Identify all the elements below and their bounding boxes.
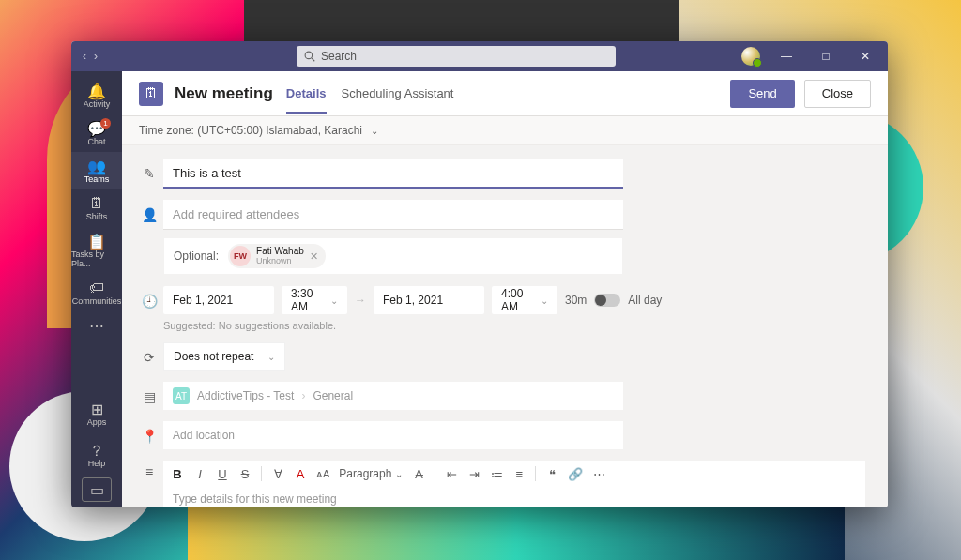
title-input[interactable]: [163, 159, 623, 189]
rail-activity[interactable]: 🔔 Activity: [71, 77, 122, 114]
numbered-list-button[interactable]: ≡: [512, 467, 526, 481]
chevron-down-icon: ⌄: [267, 352, 275, 362]
italic-button[interactable]: I: [193, 467, 206, 481]
allday-label: All day: [628, 294, 662, 307]
remove-attendee-button[interactable]: ✕: [310, 250, 318, 263]
bell-icon: 🔔: [87, 83, 106, 99]
indent-increase-button[interactable]: ⇥: [467, 467, 480, 481]
chevron-down-icon: ⌄: [541, 295, 548, 306]
device-icon: ▭: [90, 481, 104, 499]
help-icon: ？: [89, 442, 104, 459]
location-input[interactable]: [163, 421, 623, 449]
page-header: 🗓 New meeting Details Scheduling Assista…: [122, 71, 888, 116]
tasks-icon: 📋: [87, 233, 106, 250]
chevron-down-icon: ⌄: [395, 469, 403, 479]
attendee-chip[interactable]: FW Fati Wahab Unknown ✕: [228, 244, 326, 268]
teams-icon: 👥: [87, 158, 106, 174]
chevron-right-icon: ›: [301, 389, 305, 402]
send-button[interactable]: Send: [730, 80, 794, 108]
bulleted-list-button[interactable]: ≔: [490, 467, 503, 481]
close-button[interactable]: Close: [804, 80, 871, 108]
search-icon: [304, 51, 315, 62]
user-avatar[interactable]: [741, 47, 760, 66]
toolbar-divider: [535, 466, 536, 481]
indent-decrease-button[interactable]: ⇤: [445, 467, 458, 481]
allday-toggle[interactable]: [594, 294, 620, 307]
rail-item-label: Help: [88, 459, 106, 468]
underline-button[interactable]: U: [216, 467, 229, 481]
chevron-down-icon: ⌄: [371, 126, 378, 136]
rail-shifts[interactable]: 🗓 Shifts: [71, 189, 122, 227]
communities-icon: 🏷: [89, 280, 104, 296]
svg-line-1: [312, 58, 314, 61]
description-textarea[interactable]: Type details for this new meeting: [163, 487, 865, 507]
more-format-button[interactable]: ⋯: [592, 467, 605, 481]
shifts-icon: 🗓: [89, 195, 104, 212]
toolbar-divider: [435, 466, 435, 481]
start-time-picker[interactable]: 3:30 AM ⌄: [282, 286, 347, 314]
link-button[interactable]: 🔗: [568, 467, 583, 481]
location-icon: 📍: [135, 421, 163, 444]
svg-point-0: [305, 52, 313, 59]
apps-icon: ⊞: [91, 401, 103, 417]
recurrence-select[interactable]: Does not repeat ⌄: [163, 342, 285, 371]
arrow-right-icon: →: [355, 294, 366, 307]
window-maximize-button[interactable]: □: [813, 50, 839, 63]
font-size-button[interactable]: ᴀA: [316, 468, 329, 480]
channel-picker[interactable]: AT AddictiveTips - Test › General: [163, 382, 623, 410]
description-icon: ≡: [135, 461, 163, 479]
rail-more[interactable]: ⋯: [71, 311, 122, 340]
meeting-form: ✎ 👤 Optional: FW Fati Wahab: [122, 145, 888, 507]
rail-item-label: Apps: [87, 417, 107, 427]
rail-tasks[interactable]: 📋 Tasks by Pla...: [71, 227, 122, 274]
rail-item-label: Chat: [87, 137, 105, 146]
window-close-button[interactable]: ✕: [852, 50, 878, 63]
rail-help[interactable]: ？ Help: [71, 436, 122, 474]
rail-item-label: Communities: [72, 296, 122, 306]
nav-back-button[interactable]: ‹: [83, 50, 86, 63]
strike-button[interactable]: S: [238, 467, 252, 481]
paragraph-select[interactable]: Paragraph ⌄: [339, 467, 403, 480]
team-name: AddictiveTips - Test: [197, 389, 294, 402]
tab-details[interactable]: Details: [286, 73, 327, 114]
chevron-down-icon: ⌄: [330, 295, 338, 306]
teams-window: ‹ › Search — □ ✕ 🔔 Activity 💬 1 Chat 👥 T…: [71, 41, 888, 507]
rail-teams[interactable]: 👥 Teams: [71, 152, 122, 189]
more-icon: ⋯: [89, 317, 104, 334]
start-date-picker[interactable]: Feb 1, 2021: [163, 286, 274, 314]
optional-attendees[interactable]: Optional: FW Fati Wahab Unknown ✕: [163, 237, 623, 275]
nav-forward-button[interactable]: ›: [94, 50, 98, 63]
attendee-status: Unknown: [256, 256, 304, 266]
description-editor: B I U S ∀ A ᴀA Paragraph ⌄: [163, 461, 865, 507]
tab-scheduling-assistant[interactable]: Scheduling Assistant: [342, 73, 454, 114]
chat-badge: 1: [100, 118, 111, 129]
suggestions-text: Suggested: No suggestions available.: [163, 320, 865, 331]
bold-button[interactable]: B: [171, 467, 184, 481]
team-avatar-icon: AT: [173, 387, 190, 404]
channel-name: General: [313, 389, 353, 402]
rail-item-label: Shifts: [86, 212, 108, 221]
required-attendees-input[interactable]: [163, 200, 623, 230]
rail-item-label: Activity: [84, 99, 111, 109]
end-time-picker[interactable]: 4:00 AM ⌄: [492, 286, 557, 314]
rail-device-button[interactable]: ▭: [82, 477, 112, 502]
search-placeholder: Search: [321, 50, 357, 63]
rail-item-label: Teams: [84, 174, 110, 184]
rail-item-label: Tasks by Pla...: [71, 250, 122, 268]
search-box[interactable]: Search: [297, 46, 616, 67]
window-minimize-button[interactable]: —: [773, 50, 800, 63]
pencil-icon: ✎: [135, 159, 163, 181]
quote-button[interactable]: ❝: [545, 467, 558, 481]
optional-label: Optional:: [174, 250, 219, 263]
font-color-button[interactable]: A: [294, 467, 307, 481]
timezone-label: Time zone: (UTC+05:00) Islamabad, Karach…: [139, 124, 362, 137]
end-date-picker[interactable]: Feb 1, 2021: [374, 286, 484, 314]
clear-format-button[interactable]: A̶: [412, 467, 425, 481]
rail-apps[interactable]: ⊞ Apps: [71, 395, 122, 432]
repeat-icon: ⟳: [135, 342, 163, 365]
app-rail: 🔔 Activity 💬 1 Chat 👥 Teams 🗓 Shifts 📋 T…: [71, 71, 122, 507]
rail-communities[interactable]: 🏷 Communities: [71, 274, 122, 311]
timezone-selector[interactable]: Time zone: (UTC+05:00) Islamabad, Karach…: [122, 116, 888, 145]
rail-chat[interactable]: 💬 1 Chat: [71, 114, 122, 152]
highlight-button[interactable]: ∀: [271, 467, 284, 481]
